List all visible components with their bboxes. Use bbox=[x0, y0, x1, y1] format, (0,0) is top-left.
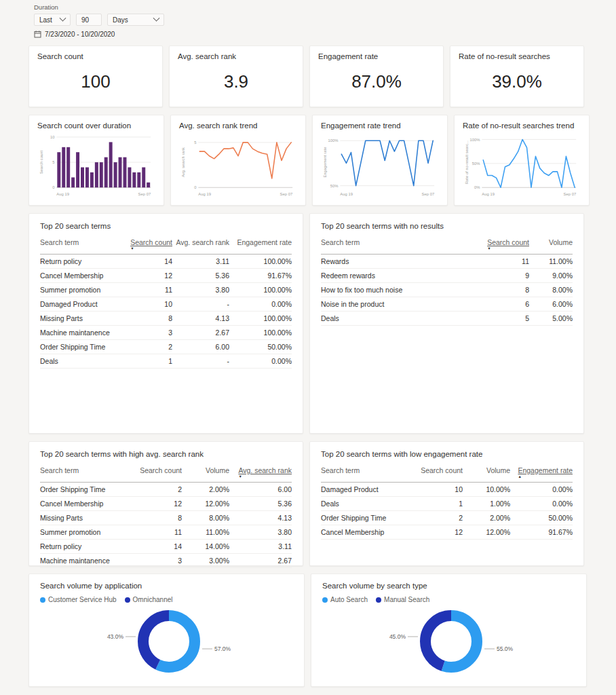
search-term-cell: Order Shipping Time bbox=[40, 483, 129, 497]
value-cell: 3.11 bbox=[172, 255, 229, 269]
table-row[interactable]: Order Shipping Time26.0050.00% bbox=[40, 340, 292, 354]
kpi-card-search-count[interactable]: Search count 100 bbox=[28, 45, 163, 107]
column-header[interactable]: Avg. search rank bbox=[172, 236, 229, 255]
search-term-cell: Redeem rewards bbox=[321, 269, 475, 283]
donut-card-by-search-type[interactable]: Search volume by search type Auto Search… bbox=[311, 574, 587, 687]
donut-card-by-application[interactable]: Search volume by application Customer Se… bbox=[28, 574, 305, 687]
chart-card-avg-search-rank-trend[interactable]: Avg. search rank trend 05Aug 19Sep 07Avg… bbox=[170, 115, 306, 206]
search-term-cell: Machine maintanence bbox=[40, 554, 129, 568]
value-cell: 2.67 bbox=[172, 326, 229, 340]
column-header[interactable]: Search count bbox=[129, 464, 182, 483]
table-row[interactable]: Cancel Membership1212.00%5.36 bbox=[40, 497, 292, 511]
table-row[interactable]: Return policy1414.00%3.11 bbox=[40, 540, 292, 554]
table-row[interactable]: Order Shipping Time22.00%6.00 bbox=[40, 483, 292, 497]
search-term-cell: Deals bbox=[321, 312, 475, 326]
legend-item[interactable]: Auto Search bbox=[322, 596, 368, 603]
search-term-cell: Summer promotion bbox=[40, 525, 129, 540]
value-cell: 0.00% bbox=[510, 483, 573, 497]
column-header[interactable]: Search count▼ bbox=[126, 236, 172, 255]
table-row[interactable]: Deals11.00%0.00% bbox=[321, 497, 573, 511]
value-cell: 14.00% bbox=[182, 540, 229, 554]
table-card-top-search-terms[interactable]: Top 20 search terms Search termSearch co… bbox=[28, 213, 303, 434]
table-row[interactable]: Machine maintanence33.00%2.67 bbox=[40, 554, 292, 568]
value-cell: 3.11 bbox=[229, 540, 292, 554]
table-row[interactable]: Order Shipping Time22.00%50.00% bbox=[321, 511, 573, 525]
value-cell: 100.00% bbox=[229, 312, 292, 326]
value-cell: 91.67% bbox=[510, 525, 573, 540]
value-cell: 8 bbox=[129, 511, 182, 525]
table-row[interactable]: Noise in the product66.00% bbox=[321, 297, 573, 312]
search-term-cell: Order Shipping Time bbox=[321, 511, 410, 525]
kpi-card-avg-search-rank[interactable]: Avg. search rank 3.9 bbox=[169, 45, 303, 107]
column-header[interactable]: Volume bbox=[182, 464, 229, 483]
table-row[interactable]: Return policy143.11100.00% bbox=[40, 255, 292, 269]
svg-text:Aug 19: Aug 19 bbox=[340, 192, 353, 196]
legend-item[interactable]: Manual Search bbox=[376, 596, 429, 603]
search-term-cell: Cancel Membership bbox=[40, 497, 129, 511]
column-header[interactable]: Engagement rate bbox=[229, 236, 292, 255]
table-row[interactable]: Deals55.00% bbox=[321, 312, 573, 326]
column-header[interactable]: Search count bbox=[410, 464, 463, 483]
table-row[interactable]: Summer promotion1111.00%3.80 bbox=[40, 525, 292, 540]
search-term-cell: Summer promotion bbox=[40, 283, 126, 297]
svg-text:57.0%: 57.0% bbox=[214, 645, 231, 652]
value-cell: 0.00% bbox=[229, 354, 292, 369]
table-row[interactable]: Damaged Product1010.00%0.00% bbox=[321, 483, 573, 497]
value-cell: 2.00% bbox=[182, 483, 229, 497]
kpi-card-engagement-rate[interactable]: Engagement rate 87.0% bbox=[309, 45, 444, 107]
chart-card-search-count-over-duration[interactable]: Search count over duration 0510Aug 19Sep… bbox=[28, 115, 164, 206]
kpi-value: 3.9 bbox=[178, 60, 294, 100]
kpi-title: Avg. search rank bbox=[178, 52, 294, 60]
value-cell: 4.13 bbox=[172, 312, 229, 326]
legend-item[interactable]: Omnichannel bbox=[125, 596, 173, 603]
column-header[interactable]: Search term bbox=[40, 236, 126, 255]
kpi-card-no-result-rate[interactable]: Rate of no-result searches 39.0% bbox=[450, 45, 584, 107]
svg-text:Sep 07: Sep 07 bbox=[280, 192, 293, 196]
value-cell: 100.00% bbox=[229, 326, 292, 340]
column-header[interactable]: Search count▼ bbox=[475, 236, 529, 255]
column-header[interactable]: Search term bbox=[40, 464, 129, 483]
duration-type-dropdown[interactable]: Last bbox=[34, 14, 71, 26]
duration-unit-dropdown[interactable]: Days bbox=[107, 14, 164, 26]
table-card-high-rank-terms[interactable]: Top 20 search terms with high avg. searc… bbox=[28, 441, 303, 566]
column-header[interactable]: Search term bbox=[321, 464, 410, 483]
svg-text:Aug 19: Aug 19 bbox=[56, 192, 69, 196]
table-row[interactable]: Summer promotion113.80100.00% bbox=[40, 283, 292, 297]
duration-label: Duration bbox=[34, 3, 584, 11]
chart-card-engagement-rate-trend[interactable]: Engagement rate trend 50%100%Aug 19Sep 0… bbox=[312, 115, 448, 206]
value-cell: 14 bbox=[129, 540, 182, 554]
table-row[interactable]: How to fix too much noise88.00% bbox=[321, 283, 573, 297]
value-cell: 3 bbox=[129, 554, 182, 568]
duration-value-input[interactable]: 90 bbox=[76, 14, 102, 26]
table-row[interactable]: Deals1-0.00% bbox=[40, 354, 292, 369]
table-row[interactable]: Cancel Membership1212.00%91.67% bbox=[321, 525, 573, 540]
value-cell: 0.00% bbox=[510, 497, 573, 511]
column-header[interactable]: Avg. search rank▼ bbox=[229, 464, 292, 483]
kpi-value: 100 bbox=[37, 60, 154, 100]
column-header[interactable]: Volume bbox=[529, 236, 573, 255]
value-cell: 100.00% bbox=[229, 283, 292, 297]
value-cell: 3.80 bbox=[229, 525, 292, 540]
value-cell: 8.00% bbox=[182, 511, 229, 525]
table-row[interactable]: Damaged Product10-0.00% bbox=[40, 297, 292, 312]
value-cell: 2 bbox=[410, 511, 463, 525]
table-row[interactable]: Missing Parts84.13100.00% bbox=[40, 312, 292, 326]
value-cell: 1 bbox=[126, 354, 172, 369]
table-row[interactable]: Redeem rewards99.00% bbox=[321, 269, 573, 283]
table-row[interactable]: Rewards1111.00% bbox=[321, 255, 573, 269]
column-header[interactable]: Volume bbox=[463, 464, 510, 483]
column-header[interactable]: Engagement rate▲ bbox=[510, 464, 573, 483]
table-row[interactable]: Missing Parts88.00%4.13 bbox=[40, 511, 292, 525]
chart-card-no-result-rate-trend[interactable]: Rate of no-result searches trend 0%50%10… bbox=[454, 115, 590, 206]
value-cell: 11.00% bbox=[529, 255, 573, 269]
table-row[interactable]: Machine maintanence32.67100.00% bbox=[40, 326, 292, 340]
table-row[interactable]: Cancel Membership125.3691.67% bbox=[40, 269, 292, 283]
legend-item[interactable]: Customer Service Hub bbox=[40, 596, 117, 603]
search-insights-dashboard: Duration Last 90 Days 7/23/2020 - 10/20/… bbox=[0, 0, 616, 687]
table-card-no-result-terms[interactable]: Top 20 search terms with no results Sear… bbox=[309, 213, 584, 434]
svg-text:Sep 07: Sep 07 bbox=[138, 192, 151, 196]
column-header[interactable]: Search term bbox=[321, 236, 475, 255]
value-cell: 6 bbox=[475, 297, 529, 312]
table-card-low-engagement-terms[interactable]: Top 20 search terms with low engagement … bbox=[309, 441, 584, 566]
kpi-title: Engagement rate bbox=[318, 52, 435, 60]
